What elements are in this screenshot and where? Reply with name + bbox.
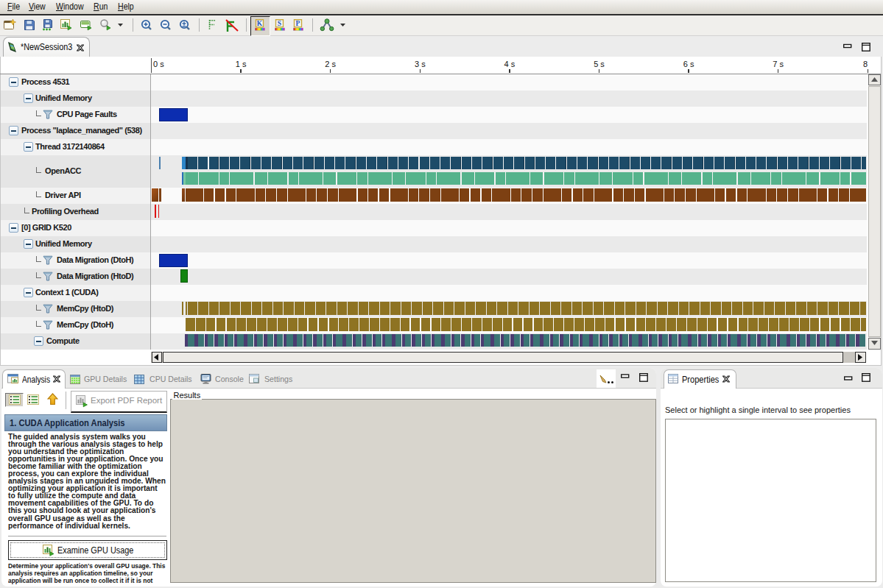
svg-text:S: S <box>278 20 281 27</box>
svg-text:K: K <box>257 20 263 27</box>
svg-text:P: P <box>296 20 300 27</box>
